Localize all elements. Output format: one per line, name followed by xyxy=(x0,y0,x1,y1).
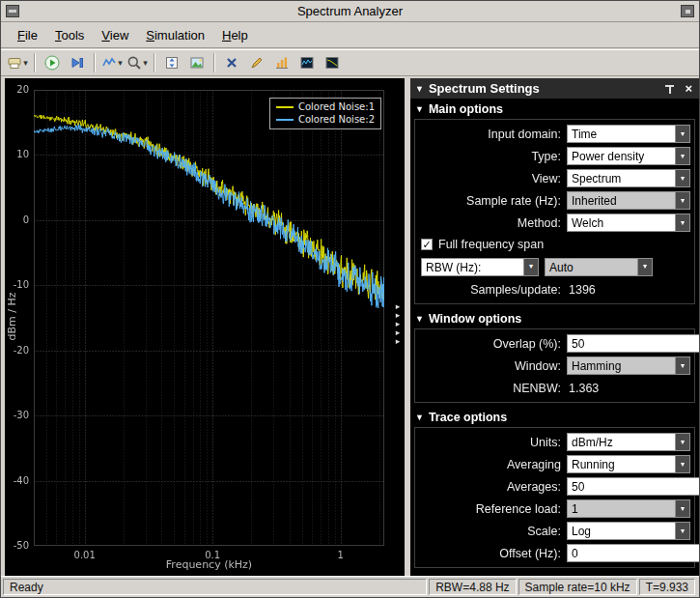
reference-load-value: 1 xyxy=(568,500,675,517)
section-main-options[interactable]: ▼ Main options xyxy=(410,99,699,118)
scale-label: Scale: xyxy=(417,525,567,538)
y-tick-label: 20 xyxy=(5,84,29,95)
input-domain-value: Time xyxy=(568,126,675,142)
nenbw-label: NENBW: xyxy=(417,382,567,395)
averaging-label: Averaging xyxy=(417,458,567,471)
rbw-mode-value: RBW (Hz): xyxy=(422,259,523,275)
sample-rate-value: Inherited xyxy=(568,192,675,209)
dropdown-arrow-icon: ▾ xyxy=(23,59,28,68)
spectrum-plot xyxy=(34,90,384,546)
image-icon xyxy=(189,55,205,71)
averaging-row: Averaging Running ▾ xyxy=(417,453,690,475)
zoom-button[interactable]: ▾ xyxy=(126,51,149,74)
view-label: View: xyxy=(417,172,567,185)
chevron-down-icon: ▾ xyxy=(681,130,685,138)
spectral-mask-button[interactable] xyxy=(321,51,344,74)
units-label: Units: xyxy=(417,436,567,449)
section-title: Main options xyxy=(429,102,503,116)
export-setup-button[interactable]: ▾ xyxy=(6,51,29,74)
chevron-down-icon: ▾ xyxy=(681,153,685,160)
averaging-select[interactable]: Running ▾ xyxy=(567,455,690,473)
snapshot-button[interactable] xyxy=(185,51,209,74)
full-frequency-span-checkbox[interactable]: ✓ xyxy=(421,239,433,250)
settings-panel-header: ▼ Spectrum Settings × xyxy=(410,78,699,99)
sample-rate-row: Sample rate (Hz): Inherited ▾ xyxy=(417,189,690,212)
chevron-down-icon: ▾ xyxy=(681,175,685,183)
overlap-row: Overlap (%): xyxy=(417,332,690,355)
y-tick-label: 10 xyxy=(5,149,29,159)
window-close-button[interactable] xyxy=(681,5,694,17)
menu-tools[interactable]: Tools xyxy=(46,25,93,45)
simulation-source-button[interactable]: ▾ xyxy=(100,51,124,74)
overlap-input[interactable] xyxy=(567,334,699,353)
legend-swatch xyxy=(276,119,294,121)
combo-arrow: ▾ xyxy=(523,259,538,275)
combo-arrow: ▾ xyxy=(675,214,689,231)
trend-icon xyxy=(324,55,340,71)
units-value: dBm/Hz xyxy=(568,434,675,450)
scale-row: Scale: Log ▾ xyxy=(417,520,690,542)
chevron-down-icon: ▾ xyxy=(681,527,685,535)
combo-arrow: ▾ xyxy=(675,357,689,374)
averaging-value: Running xyxy=(568,456,675,472)
collapse-icon: ▼ xyxy=(415,314,424,324)
type-select[interactable]: Power density ▾ xyxy=(567,147,690,165)
window-select[interactable]: Hamming ▾ xyxy=(567,356,690,375)
offset-input[interactable] xyxy=(567,544,699,562)
scale-select[interactable]: Log ▾ xyxy=(567,522,690,540)
reference-load-row: Reference load: 1 ▾ xyxy=(417,498,690,520)
sample-rate-combo[interactable]: Inherited ▾ xyxy=(567,191,690,210)
histogram-button[interactable] xyxy=(270,51,294,74)
titlebar: Spectrum Analyzer xyxy=(1,1,699,22)
peak-finder-button[interactable] xyxy=(245,51,268,74)
combo-arrow: ▾ xyxy=(637,259,652,275)
section-title: Window options xyxy=(429,312,521,326)
units-select[interactable]: dBm/Hz ▾ xyxy=(567,433,690,451)
nenbw-value: 1.363 xyxy=(567,382,599,395)
chevron-down-icon: ▾ xyxy=(681,362,685,370)
rbw-value-combo[interactable]: Auto ▾ xyxy=(545,258,653,276)
legend-swatch xyxy=(276,106,294,108)
method-select[interactable]: Welch ▾ xyxy=(567,214,690,232)
settings-close-button[interactable]: × xyxy=(683,82,694,95)
view-select[interactable]: Spectrum ▾ xyxy=(567,169,690,187)
collapse-icon: ▼ xyxy=(415,104,424,114)
legend-row: Colored Noise:1 xyxy=(276,100,375,113)
legend-label: Colored Noise:2 xyxy=(298,114,375,125)
menu-help[interactable]: Help xyxy=(213,25,257,45)
combo-arrow: ▾ xyxy=(675,192,689,209)
cursor-measurements-button[interactable] xyxy=(220,51,243,74)
input-domain-row: Input domain: Time ▾ xyxy=(417,123,690,145)
panel-splitter-handle[interactable]: ▸ ▸ ▸ ▸ ▸ xyxy=(391,302,405,346)
toolbar-separator xyxy=(154,53,155,72)
rbw-mode-select[interactable]: RBW (Hz): ▾ xyxy=(421,258,539,276)
section-window-options[interactable]: ▼ Window options xyxy=(410,308,699,327)
section-trace-options[interactable]: ▼ Trace options xyxy=(410,407,699,426)
menu-file[interactable]: File xyxy=(9,25,46,45)
scope-display: 20100-10-20-30-40-500.010.11 dBm / Hz Fr… xyxy=(5,78,405,576)
combo-arrow: ▾ xyxy=(675,434,689,450)
samples-update-row: Samples/update: 1396 xyxy=(417,278,690,300)
averages-input[interactable] xyxy=(567,477,699,496)
play-icon xyxy=(44,55,60,71)
status-time: T=9.933 xyxy=(639,579,695,595)
fit-to-view-button[interactable] xyxy=(160,51,183,74)
full-frequency-span-label: Full frequency span xyxy=(438,238,544,251)
toolbar-separator xyxy=(213,53,215,72)
run-button[interactable] xyxy=(41,51,64,74)
step-forward-button[interactable] xyxy=(66,51,89,74)
overlap-label: Overlap (%): xyxy=(417,337,567,351)
reference-load-combo[interactable]: 1 ▾ xyxy=(567,499,690,518)
pin-icon[interactable] xyxy=(664,83,675,95)
input-domain-select[interactable]: Time ▾ xyxy=(567,125,690,143)
chevron-down-icon: ▾ xyxy=(681,505,685,513)
menu-view[interactable]: View xyxy=(93,25,137,45)
legend-row: Colored Noise:2 xyxy=(276,113,375,126)
collapse-icon[interactable]: ▼ xyxy=(415,84,424,94)
status-sample-rate: Sample rate=10 kHz xyxy=(518,579,637,595)
menu-simulation[interactable]: Simulation xyxy=(137,25,213,45)
signal-trace-button[interactable] xyxy=(295,51,319,74)
step-forward-icon xyxy=(70,55,85,71)
x-cursor-icon xyxy=(224,55,239,71)
menubar: File Tools View Simulation Help xyxy=(1,23,699,48)
